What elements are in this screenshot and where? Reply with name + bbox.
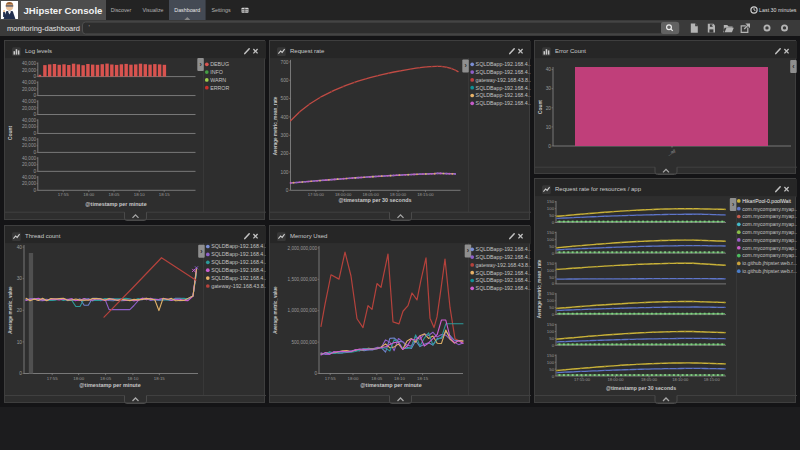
svg-text:Count: Count <box>538 100 543 114</box>
svg-text:0: 0 <box>33 188 36 193</box>
svg-text:ERROR: ERROR <box>210 85 229 91</box>
svg-text:18:15: 18:15 <box>154 376 166 381</box>
svg-text:50: 50 <box>549 367 554 372</box>
svg-text:40: 40 <box>17 245 23 250</box>
svg-text:@timestamp per 30 seconds: @timestamp per 30 seconds <box>606 385 676 391</box>
svg-text:17:55: 17:55 <box>58 192 70 197</box>
svg-text:Request rate for resources / a: Request rate for resources / app <box>555 186 642 192</box>
svg-text:SQLDBapp-192.168.4...: SQLDBapp-192.168.4... <box>211 267 266 273</box>
svg-text:0: 0 <box>19 371 22 376</box>
svg-text:200: 200 <box>280 151 288 156</box>
svg-text:20,000: 20,000 <box>22 87 36 92</box>
svg-text:18:10: 18:10 <box>127 376 139 381</box>
svg-text:DEBUG: DEBUG <box>210 61 229 67</box>
svg-text:0: 0 <box>33 112 36 117</box>
svg-text:@timestamp per 30 seconds: @timestamp per 30 seconds <box>339 197 412 203</box>
svg-text:SQLDBapp-192.168.4...: SQLDBapp-192.168.4... <box>476 254 531 260</box>
svg-text:50: 50 <box>549 275 554 280</box>
svg-text:100: 100 <box>547 237 555 242</box>
svg-text:40,000: 40,000 <box>22 156 36 161</box>
svg-text:500,000,000: 500,000,000 <box>291 340 317 345</box>
svg-text:0: 0 <box>552 251 555 256</box>
svg-text:150: 150 <box>547 353 555 358</box>
svg-text:Settings: Settings <box>211 7 230 13</box>
svg-text:30: 30 <box>17 276 23 281</box>
svg-text:Visualize: Visualize <box>142 7 163 13</box>
svg-text:100: 100 <box>280 170 288 175</box>
svg-text:20,000: 20,000 <box>22 106 36 111</box>
svg-text:18:10: 18:10 <box>394 376 406 381</box>
svg-text:18:15:00: 18:15:00 <box>704 377 721 382</box>
svg-text:Average metric_value: Average metric_value <box>273 286 278 334</box>
svg-text:1,500,000,000: 1,500,000,000 <box>288 277 318 282</box>
svg-text:17:55:00: 17:55:00 <box>308 192 325 197</box>
svg-text:SQLDBapp-192.168.4...: SQLDBapp-192.168.4... <box>476 277 531 283</box>
svg-text:Thread count: Thread count <box>25 233 61 239</box>
svg-text:100: 100 <box>547 329 555 334</box>
svg-text:SQLDBapp-192.168.4...: SQLDBapp-192.168.4... <box>211 275 266 281</box>
svg-text:18:00:00: 18:00:00 <box>335 192 352 197</box>
svg-text:40,000: 40,000 <box>22 99 36 104</box>
svg-text:40: 40 <box>546 67 552 72</box>
svg-text:18:15:00: 18:15:00 <box>417 192 434 197</box>
svg-text:150: 150 <box>547 291 555 296</box>
svg-text:gateway-192.168.43.8...: gateway-192.168.43.8... <box>476 262 531 268</box>
svg-text:150: 150 <box>547 322 555 327</box>
svg-text:18:10:00: 18:10:00 <box>390 192 407 197</box>
svg-text:0: 0 <box>33 169 36 174</box>
svg-text:com.mycompany.myap...: com.mycompany.myap... <box>742 221 797 227</box>
svg-text:': ' <box>89 24 90 31</box>
svg-text:20: 20 <box>546 106 552 111</box>
svg-text:18:00:00: 18:00:00 <box>608 377 625 382</box>
svg-text:Log levels: Log levels <box>25 48 52 54</box>
svg-text:io.github.jhipster.web.r...: io.github.jhipster.web.r... <box>742 268 797 274</box>
svg-text:monitoring-dashboard: monitoring-dashboard <box>7 24 80 33</box>
svg-text:Average metric_value: Average metric_value <box>8 286 13 334</box>
svg-text:17:55: 17:55 <box>325 376 337 381</box>
svg-text:INFO: INFO <box>210 69 223 75</box>
svg-text:io.github.jhipster.web.r...: io.github.jhipster.web.r... <box>742 260 797 266</box>
svg-text:SQLDBapp-192.168.4...: SQLDBapp-192.168.4... <box>476 92 531 98</box>
svg-text:20,000: 20,000 <box>22 68 36 73</box>
svg-text:300: 300 <box>280 133 288 138</box>
svg-text:18:05:00: 18:05:00 <box>641 377 658 382</box>
svg-text:18:05:00: 18:05:00 <box>362 192 379 197</box>
svg-text:40,000: 40,000 <box>22 137 36 142</box>
svg-text:0: 0 <box>552 374 555 379</box>
svg-text:18:00: 18:00 <box>83 192 95 197</box>
svg-text:Dashboard: Dashboard <box>174 7 200 13</box>
svg-text:100: 100 <box>547 268 555 273</box>
svg-text:HikariPool-0.poolWait: HikariPool-0.poolWait <box>742 198 791 204</box>
svg-text:0: 0 <box>552 312 555 317</box>
svg-text:10: 10 <box>546 125 552 130</box>
svg-text:JHipster Console: JHipster Console <box>24 5 103 16</box>
svg-text:SQLDBapp-192.168.4...: SQLDBapp-192.168.4... <box>211 259 266 265</box>
svg-text:SQLDBapp-192.168.4...: SQLDBapp-192.168.4... <box>476 100 531 106</box>
svg-text:com.mycompany.myap...: com.mycompany.myap... <box>742 252 797 258</box>
svg-text:20: 20 <box>17 308 23 313</box>
svg-text:0: 0 <box>33 131 36 136</box>
svg-text:Count: Count <box>7 125 13 140</box>
svg-text:SQLDBapp-192.168.4...: SQLDBapp-192.168.4... <box>476 246 531 252</box>
svg-text:Request rate: Request rate <box>290 48 325 54</box>
svg-text:700: 700 <box>280 60 288 65</box>
svg-text:17:55:00: 17:55:00 <box>574 377 591 382</box>
svg-text:SQLDBapp-192.168.4...: SQLDBapp-192.168.4... <box>476 69 531 75</box>
svg-text:150: 150 <box>547 199 555 204</box>
svg-text:18:00: 18:00 <box>73 376 85 381</box>
svg-text:@timestamp per minute: @timestamp per minute <box>360 382 421 388</box>
svg-text:150: 150 <box>547 230 555 235</box>
svg-text:20,000: 20,000 <box>22 143 36 148</box>
svg-text:com.mycompany.myap...: com.mycompany.myap... <box>742 237 797 243</box>
svg-text:1,000,000,000: 1,000,000,000 <box>288 308 318 313</box>
svg-text:0: 0 <box>552 281 555 286</box>
svg-text:50: 50 <box>549 305 554 310</box>
svg-text:@timestamp per minute: @timestamp per minute <box>79 382 140 388</box>
svg-text:SQLDBapp-192.168.4...: SQLDBapp-192.168.4... <box>476 285 531 291</box>
svg-text:18:05: 18:05 <box>109 192 121 197</box>
svg-text:SQLDBapp-192.168.4...: SQLDBapp-192.168.4... <box>211 243 266 249</box>
svg-text:600: 600 <box>280 78 288 83</box>
svg-text:18:05: 18:05 <box>100 376 112 381</box>
svg-text:100: 100 <box>547 298 555 303</box>
svg-text:100: 100 <box>547 206 555 211</box>
